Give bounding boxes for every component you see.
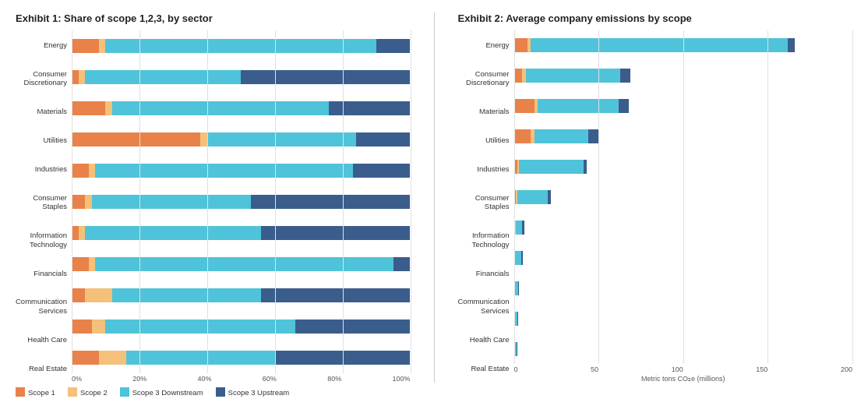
- bar-segment-scope3up: [356, 132, 411, 147]
- exhibit2-y-label: Utilities: [458, 136, 510, 144]
- grid-line: [514, 30, 515, 364]
- bar-segment-scope3down: [207, 132, 356, 147]
- x-axis-label: 200: [841, 365, 852, 373]
- bar-segment-scope3down: [538, 99, 619, 113]
- bar-segment-scope3down: [531, 38, 788, 52]
- exhibit2-y-label: Health Care: [458, 335, 510, 344]
- bar-segment-scope1: [72, 195, 85, 209]
- exhibit2-title: Exhibit 2: Average company emissions by …: [458, 12, 853, 24]
- bar-segment-scope3up: [518, 281, 519, 295]
- grid-line: [767, 30, 768, 364]
- bar-segment-scope1: [72, 226, 79, 240]
- bar-segment-scope1: [72, 257, 89, 271]
- grid-line: [275, 30, 276, 373]
- bar-segment-scope2: [200, 132, 207, 147]
- x-axis-label: 0%: [72, 375, 82, 383]
- bar-row: [72, 101, 411, 115]
- grid-line: [683, 30, 684, 364]
- bar-row: [72, 320, 411, 334]
- x-axis-label: 40%: [198, 375, 212, 383]
- exhibit2-chart-area: EnergyConsumer DiscretionaryMaterialsUti…: [458, 30, 853, 383]
- exhibit1-y-label: Consumer Staples: [16, 193, 67, 211]
- bar-segment-scope2: [85, 195, 92, 209]
- bar-segment-scope3down: [126, 351, 275, 365]
- bar-segment-scope3up: [393, 257, 411, 271]
- bar-segment-scope1: [72, 70, 79, 84]
- bar-row: [72, 257, 411, 271]
- bar-row: [72, 351, 411, 365]
- bar-segment-scope1: [72, 320, 92, 334]
- bar-row: [72, 164, 411, 178]
- bar-segment-scope1: [514, 38, 528, 52]
- bar-segment-scope3down: [92, 195, 251, 209]
- exhibit1-y-label: Industries: [16, 164, 67, 173]
- legend-item: Scope 2: [68, 387, 108, 397]
- exhibit1-y-label: Health Care: [16, 335, 67, 344]
- exhibit2-x-axis: 050100150200: [514, 365, 853, 373]
- exhibit1-y-label: Information Technology: [16, 231, 67, 249]
- exhibit2-bars: [514, 30, 853, 364]
- legend-color-box: [16, 387, 25, 397]
- exhibit2-section: Exhibit 2: Average company emissions by …: [458, 12, 853, 383]
- exhibit1-bars: [72, 30, 411, 373]
- bar-segment-scope1: [514, 129, 531, 143]
- bar-segment-scope3up: [788, 38, 795, 52]
- legend-item: Scope 3 Upstream: [216, 387, 290, 397]
- legend-label: Scope 3 Upstream: [228, 388, 290, 397]
- x-axis-label: 60%: [263, 375, 277, 383]
- bar-segment-scope2: [85, 288, 112, 302]
- bar-segment-scope3down: [526, 69, 621, 83]
- bar-segment-scope1: [72, 132, 200, 147]
- bar-segment-scope3down: [85, 70, 241, 84]
- bar-row: [72, 70, 411, 84]
- exhibit2-y-label: Communication Services: [458, 297, 510, 315]
- exhibit1-y-label: Financials: [16, 269, 67, 277]
- bar-segment-scope3up: [584, 160, 587, 174]
- bar-row: [72, 195, 411, 209]
- grid-line: [852, 30, 853, 364]
- x-axis-label: 150: [756, 365, 767, 373]
- bar-segment-scope3down: [517, 190, 548, 204]
- bar-segment-scope3up: [295, 320, 411, 334]
- bar-segment-scope1: [72, 288, 85, 302]
- bar-segment-scope3down: [535, 129, 589, 143]
- bar-segment-scope2: [79, 70, 86, 84]
- bar-segment-scope3up: [517, 312, 518, 326]
- x-axis-label: 50: [591, 365, 598, 373]
- bar-segment-scope2: [105, 101, 112, 115]
- exhibit1-section: Exhibit 1: Share of scope 1,2,3, by sect…: [16, 12, 411, 383]
- legend-item: Scope 1: [16, 387, 55, 397]
- bar-segment-scope3up: [521, 251, 522, 265]
- bar-segment-scope1: [72, 164, 89, 178]
- exhibit1-y-label: Communication Services: [16, 297, 67, 315]
- grid-line: [72, 30, 72, 373]
- exhibit2-y-label: Industries: [458, 164, 510, 173]
- exhibit2-y-label: Energy: [458, 41, 510, 49]
- exhibit1-y-label: Energy: [16, 41, 67, 49]
- bar-segment-scope3up: [261, 288, 410, 302]
- bar-segment-scope3down: [105, 320, 295, 334]
- bar-segment-scope3up: [353, 164, 411, 178]
- legend: Scope 1Scope 2Scope 3 DownstreamScope 3 …: [16, 387, 852, 397]
- x-axis-label: 0: [514, 365, 518, 373]
- bar-segment-scope1: [514, 69, 523, 83]
- grid-line: [139, 30, 140, 373]
- bar-row: [72, 226, 411, 240]
- exhibit2-x-axis-label: Metric tons CO₂e (millions): [514, 375, 853, 383]
- legend-color-box: [216, 387, 225, 397]
- legend-item: Scope 3 Downstream: [120, 387, 203, 397]
- exhibit1-y-label: Materials: [16, 107, 67, 115]
- exhibit2-y-label: Real Estate: [458, 364, 510, 372]
- legend-color-box: [68, 387, 77, 397]
- bar-segment-scope2: [99, 39, 106, 53]
- x-axis-label: 100%: [392, 375, 410, 383]
- bar-segment-scope1: [514, 99, 535, 113]
- bar-segment-scope3up: [588, 129, 598, 143]
- bar-segment-scope2: [92, 320, 105, 334]
- exhibit1-y-label: Consumer Discretionary: [16, 69, 67, 87]
- charts-container: Exhibit 1: Share of scope 1,2,3, by sect…: [16, 12, 852, 383]
- bar-segment-scope3up: [376, 39, 410, 53]
- grid-line: [598, 30, 599, 364]
- bar-segment-scope3down: [95, 164, 352, 178]
- legend-label: Scope 3 Downstream: [132, 388, 203, 397]
